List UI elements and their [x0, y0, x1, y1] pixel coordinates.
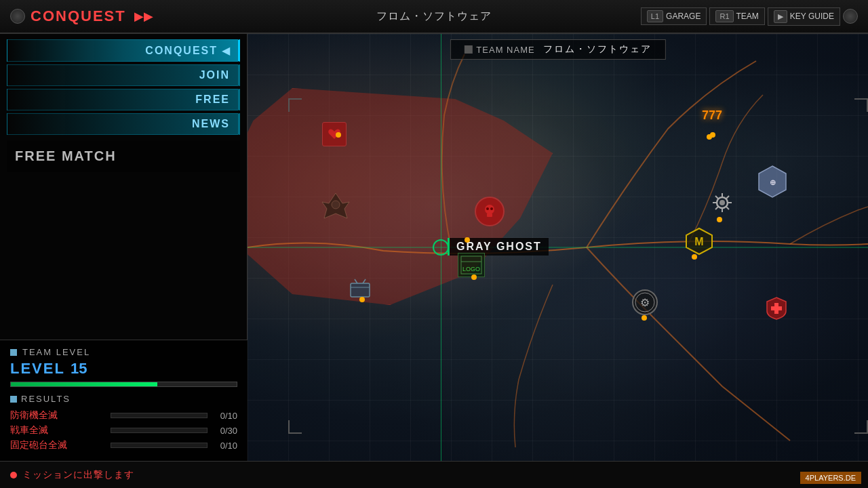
nav-btn-keyguide[interactable]: ▶ KEY GUIDE — [768, 7, 840, 26]
svg-point-1 — [485, 205, 494, 214]
map-icon-hex1: ⊕ — [757, 165, 787, 199]
status-dot — [10, 472, 17, 479]
corner-tr — [854, 98, 868, 112]
sidebar-item-news[interactable]: NEWS — [7, 113, 240, 135]
result-score-1: 0/30 — [213, 426, 237, 436]
top-bar: CONQUEST ▶▶ フロム・ソフトウェア L1 GARAGE R1 TEAM… — [0, 0, 868, 34]
dot-marker-gear — [717, 217, 722, 222]
result-name-0: 防衛機全滅 — [10, 409, 105, 422]
bottom-panel: TEAM LEVEL LEVEL 15 RESULTS 防衛機全滅 — [0, 340, 248, 461]
svg-point-4 — [490, 207, 493, 210]
result-score-2: 0/10 — [213, 441, 237, 451]
svg-rect-2 — [487, 214, 492, 217]
result-name-2: 固定砲台全滅 — [10, 439, 105, 451]
svg-point-6 — [719, 200, 725, 205]
result-score-0: 0/10 — [213, 411, 237, 421]
top-bar-left: CONQUEST ▶▶ — [10, 7, 153, 25]
sidebar-join-label: JOIN — [199, 69, 230, 81]
results-header: RESULTS — [10, 394, 237, 404]
level-display: LEVEL 15 — [10, 360, 237, 378]
map-icon-green-logo: LOGO — [458, 253, 485, 277]
level-bar-fill — [11, 382, 157, 386]
svg-rect-27 — [351, 283, 370, 297]
sidebar-conquest-label: CONQUEST — [145, 45, 218, 57]
results-indicator — [10, 396, 17, 403]
sidebar-item-conquest[interactable]: CONQUEST ◀ — [7, 39, 240, 62]
outer-frame: CONQUEST ▶▶ フロム・ソフトウェア L1 GARAGE R1 TEAM… — [0, 0, 868, 488]
svg-text:LOGO: LOGO — [462, 266, 480, 272]
dot-marker-heart — [336, 132, 341, 138]
sidebar-item-free-match[interactable]: FREE MATCH — [7, 140, 240, 172]
circle-decoration-right — [843, 9, 858, 24]
result-row-1: 戦車全滅 0/30 — [10, 424, 237, 436]
watermark: 4PLAYERS.DE — [800, 472, 861, 484]
map-icon-gear — [709, 190, 735, 216]
main-content: CONQUEST ◀ JOIN FREE NEWS FREE MATCH — [0, 34, 868, 461]
conquest-title: CONQUEST — [31, 7, 126, 25]
status-text: ミッションに出撃します — [22, 469, 134, 481]
top-bar-right: L1 GARAGE R1 TEAM ▶ KEY GUIDE — [641, 7, 858, 26]
svg-line-11 — [715, 196, 718, 199]
svg-line-12 — [726, 207, 729, 209]
result-bar-container-1 — [111, 428, 208, 433]
map-icon-heart-emblem — [322, 122, 347, 146]
conquest-arrows: ▶▶ — [134, 9, 153, 24]
svg-line-30 — [363, 279, 366, 283]
map-team-name-label: TEAM NAME — [476, 45, 534, 55]
sidebar-item-join[interactable]: JOIN — [7, 64, 240, 86]
dot-marker-green — [471, 274, 477, 280]
result-name-1: 戦車全滅 — [10, 424, 105, 436]
status-bar: ミッションに出撃します — [0, 461, 868, 488]
corner-br — [854, 420, 868, 434]
map-icon-wolf: ⚙ — [631, 288, 659, 317]
eagle-territory-emblem — [315, 186, 356, 227]
garage-label: GARAGE — [666, 12, 701, 21]
map-icon-yellow-M: M — [685, 227, 713, 256]
topbar-team-name: フロム・ソフトウェア — [376, 9, 492, 24]
map-icon-777: 777 — [698, 102, 726, 129]
sidebar-free-label: FREE — [195, 94, 230, 106]
svg-point-0 — [332, 201, 340, 209]
nav-btn-team[interactable]: R1 TEAM — [709, 7, 764, 25]
map-area: TEAM NAME フロム・ソフトウェア GRAY GHOST 777 — [248, 34, 868, 461]
sidebar-free-match-label: FREE MATCH — [15, 148, 117, 163]
sidebar-news-label: NEWS — [192, 118, 230, 130]
team-label: TEAM — [736, 12, 759, 21]
dot-marker-M — [692, 254, 697, 260]
map-team-header: TEAM NAME フロム・ソフトウェア — [450, 39, 665, 60]
dot-marker-2 — [465, 237, 470, 243]
result-row-0: 防衛機全滅 0/10 — [10, 409, 237, 422]
team-level-label: TEAM LEVEL — [22, 347, 90, 357]
level-bar-container — [10, 382, 237, 387]
key-play: ▶ — [774, 10, 787, 23]
dot-marker-wolf — [642, 315, 647, 321]
sidebar-item-free[interactable]: FREE — [7, 89, 240, 110]
svg-text:⊕: ⊕ — [770, 178, 776, 186]
keyguide-label: KEY GUIDE — [790, 12, 834, 21]
svg-line-29 — [355, 279, 357, 283]
results-container: 防衛機全滅 0/10 戦車全滅 0/30 固定砲台全滅 0/10 — [10, 409, 237, 451]
map-icon-red-skull — [475, 197, 505, 226]
sidebar-nav: CONQUEST ◀ JOIN FREE NEWS FREE MATCH — [0, 34, 247, 178]
svg-text:⚙: ⚙ — [640, 297, 650, 308]
map-icon-red-shield — [764, 296, 789, 321]
result-bar-container-2 — [111, 443, 208, 448]
map-team-name-value: フロム・ソフトウェア — [543, 43, 652, 56]
corner-bl — [288, 420, 302, 434]
target-reticle — [433, 239, 449, 256]
nav-btn-garage[interactable]: L1 GARAGE — [641, 7, 707, 25]
dot-marker-1 — [710, 132, 715, 138]
circle-decoration-left — [10, 9, 25, 24]
svg-line-14 — [715, 207, 718, 209]
result-bar-container-0 — [111, 413, 208, 418]
result-row-2: 固定砲台全滅 0/10 — [10, 439, 237, 451]
results-label: RESULTS — [21, 394, 71, 404]
crosshair-horizontal — [248, 247, 868, 248]
sidebar-conquest-arrow: ◀ — [222, 44, 230, 57]
team-level-header: TEAM LEVEL — [10, 347, 237, 357]
key-l1: L1 — [647, 10, 663, 22]
level-number: 15 — [71, 360, 87, 378]
svg-point-3 — [486, 207, 489, 210]
sidebar: CONQUEST ◀ JOIN FREE NEWS FREE MATCH — [0, 34, 248, 461]
dot-marker-basket — [359, 297, 365, 302]
